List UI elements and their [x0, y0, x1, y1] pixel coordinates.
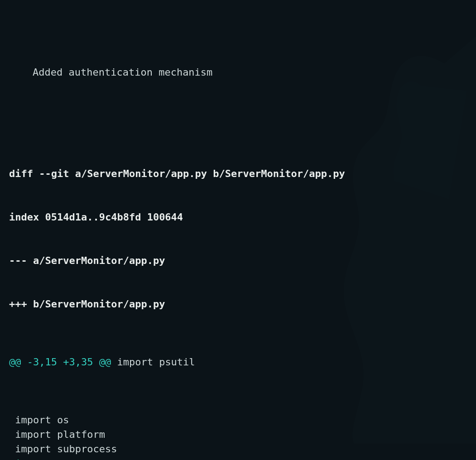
hunk-header: @@ -3,15 +3,35 @@ import psutil	[9, 355, 476, 369]
hunk-marker: @@ -3,15 +3,35 @@	[9, 356, 111, 368]
commit-message: Added authentication mechanism	[9, 65, 476, 80]
diff-context-line: import os	[9, 413, 476, 427]
diff-context-line: import subprocess	[9, 442, 476, 456]
diff-index-line: index 0514d1a..9c4b8fd 100644	[9, 210, 476, 225]
diff-minus-file: --- a/ServerMonitor/app.py	[9, 254, 476, 268]
hunk-context: import psutil	[111, 356, 195, 368]
diff-context-line: import platform	[9, 427, 476, 442]
diff-git-line: diff --git a/ServerMonitor/app.py b/Serv…	[9, 167, 476, 181]
blank-line	[9, 109, 476, 123]
diff-body: import os import platform import subproc…	[9, 413, 476, 460]
diff-plus-file: +++ b/ServerMonitor/app.py	[9, 297, 476, 311]
diff-viewer[interactable]: Added authentication mechanism diff --gi…	[0, 0, 476, 460]
diff-added-line: +import re	[9, 456, 476, 460]
